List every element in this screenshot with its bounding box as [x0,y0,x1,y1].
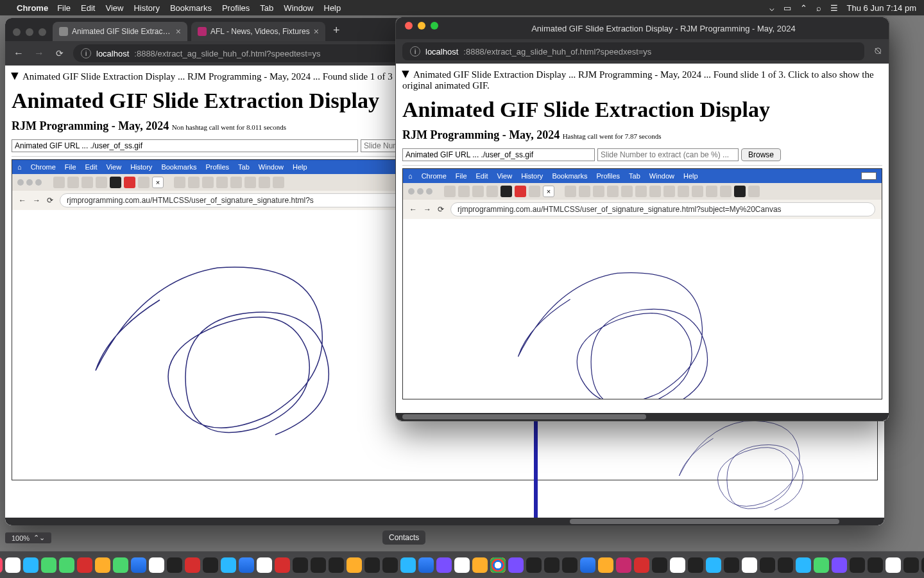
dock-app[interactable] [203,557,218,573]
dock-app[interactable] [418,557,434,573]
timing-note: Non hashtag call went for 8.011 seconds [172,123,286,131]
dock-app[interactable] [400,557,416,573]
dock-terminal[interactable] [311,557,326,573]
incognito-icon[interactable]: ⦰ [875,46,882,57]
zoom-indicator[interactable]: 100% ⌃⌄ [5,532,51,543]
dock-firefox[interactable] [346,557,362,573]
dock-app[interactable] [149,557,164,573]
menubar-app[interactable]: Chrome [17,3,48,13]
inner-urlbar: ←→⟳ rjmprogramming.com.au/HTMLCSS/user_o… [403,200,882,219]
dock-app[interactable] [634,557,649,573]
menu-view[interactable]: View [105,3,123,13]
slide-number-input[interactable] [597,148,739,161]
dock-podcasts[interactable] [436,557,452,573]
menu-bookmarks[interactable]: Bookmarks [170,3,212,13]
dock-chrome[interactable] [490,557,506,573]
dock-app[interactable] [526,557,542,573]
dock-app[interactable] [167,557,182,573]
gif-url-input[interactable] [402,148,595,161]
dock-app[interactable] [508,557,524,573]
search-icon[interactable]: ⌕ [816,3,821,13]
control-center-icon[interactable]: ☰ [830,3,838,13]
battery-icon[interactable]: ▭ [783,3,791,13]
back-button[interactable]: ← [12,48,26,59]
dock-app[interactable] [544,557,560,573]
inner-menu-window: Window [649,172,674,180]
inner-menu-view: View [106,163,121,171]
dock-app[interactable] [23,557,38,573]
dock-app[interactable] [329,557,344,573]
dock-music[interactable] [0,557,3,573]
dock-app[interactable] [5,557,21,573]
dock-app[interactable] [724,557,739,573]
wifi-icon[interactable]: ⌃ [800,3,807,13]
dock-app[interactable] [796,557,811,573]
menu-profiles[interactable]: Profiles [222,3,250,13]
menubar-clock[interactable]: Thu 6 Jun 7:14 pm [847,3,916,13]
dock-app[interactable] [921,557,924,573]
dock-app[interactable] [364,557,380,573]
dock-app[interactable] [670,557,685,573]
dock-app[interactable] [113,557,128,573]
close-icon[interactable]: × [176,26,181,37]
inner-menubar: ⌂ Chrome File Edit View History Bookmark… [403,169,882,183]
form-row: Browse [402,148,882,161]
dock-messages[interactable] [41,557,56,573]
new-tab-button[interactable]: + [333,24,340,37]
address-bar[interactable]: i localhost:8888/extract_ag_slide_huh_of… [402,42,864,60]
menu-edit[interactable]: Edit [81,3,95,13]
dock-safari[interactable] [221,557,236,573]
traffic-lights[interactable] [405,22,438,30]
dock-app[interactable] [95,557,110,573]
menu-history[interactable]: History [133,3,159,13]
dock-app[interactable] [580,557,595,573]
dock-app[interactable] [598,557,613,573]
dock-app[interactable] [886,557,901,573]
menu-window[interactable]: Window [284,3,313,13]
site-info-icon[interactable]: i [81,48,91,58]
dock-calendar[interactable] [454,557,470,573]
traffic-lights[interactable] [13,28,46,36]
gif-url-input[interactable] [12,139,358,152]
tab-animated-gif[interactable]: Animated GIF Slide Extraction × [53,22,187,41]
dock-app[interactable] [77,557,92,573]
dock-app[interactable] [778,557,793,573]
dock-app[interactable] [293,557,308,573]
dock-app[interactable] [257,557,272,573]
site-info-icon[interactable]: i [410,46,420,57]
dock-app[interactable] [275,557,290,573]
dock-app[interactable] [868,557,883,573]
menu-tab[interactable]: Tab [260,3,273,13]
dock-app[interactable] [760,557,775,573]
inner-menu-chrome: Chrome [31,163,56,171]
dock-app[interactable] [652,557,667,573]
reload-button[interactable]: ⟳ [53,48,67,58]
dock-app[interactable] [814,557,829,573]
forward-button[interactable]: → [32,48,46,59]
bluetooth-icon[interactable]: ⌵ [769,3,774,13]
dock-filezilla[interactable] [185,557,200,573]
close-icon[interactable]: × [314,26,319,37]
url-host: localhost [425,47,458,57]
tab-afl[interactable]: AFL - News, Videos, Fixtures × [191,22,325,41]
dock-app[interactable] [903,557,919,573]
dock-app[interactable] [688,557,703,573]
browse-button[interactable]: Browse [741,148,781,161]
inner-apple-icon: ⌂ [408,172,413,180]
dock-app[interactable] [562,557,578,573]
details-summary[interactable]: ▶ Animated GIF Slide Extraction Display … [402,69,882,91]
horizontal-scrollbar[interactable] [396,413,889,421]
dock-app[interactable] [832,557,847,573]
dock-facetime[interactable] [59,557,74,573]
menu-help[interactable]: Help [324,3,341,13]
dock-app[interactable] [850,557,865,573]
dock-app[interactable] [131,557,146,573]
dock-app[interactable] [616,557,631,573]
dock-contacts[interactable] [472,557,488,573]
dock-app[interactable] [706,557,721,573]
menu-file[interactable]: File [57,3,71,13]
dock-app[interactable] [742,557,757,573]
inner-menu-tab: Tab [238,163,250,171]
dock-app[interactable] [382,557,398,573]
dock-appstore[interactable] [239,557,254,573]
